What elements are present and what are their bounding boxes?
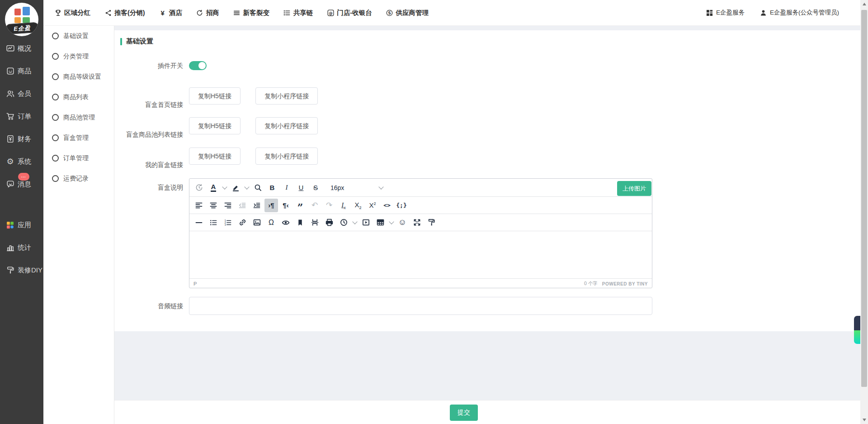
sidebar-item-system[interactable]: ⚙ 系统 [0,155,43,168]
bold-button[interactable]: B [265,181,279,195]
sidebar-item-goods[interactable]: 商品 [0,64,43,78]
text-color-button[interactable]: A [207,181,220,195]
sidebar-menu: 概况 商品 会员 订单 财务 ⚙ 系统 消息 ... 应用 [0,42,43,286]
upload-image-button[interactable]: 上传图片 [617,181,651,196]
table-button[interactable] [373,216,387,229]
logo-banner: E企盈 [5,22,38,34]
superscript-button[interactable]: X2 [366,199,379,212]
copy-h5-link-button[interactable]: 复制H5链接 [189,87,241,105]
highlight-color-button[interactable] [229,181,242,195]
fullscreen-button[interactable] [410,216,424,229]
topnav-item-share-chain[interactable]: 共享链 [283,9,313,17]
code-sample-button[interactable]: {;} [395,199,408,212]
submenu-item-category-management[interactable]: 分类管理 [43,46,114,67]
redo-button[interactable]: ↷ [322,199,336,212]
print-button[interactable] [322,216,336,229]
topnav-item-store-cashier[interactable]: @ 门店-收银台 [327,9,372,17]
submenu-item-goods-pool-management[interactable]: 商品池管理 [43,107,114,128]
align-right-button[interactable] [221,199,235,212]
table-menu-button[interactable] [388,216,395,229]
copy-miniprogram-link-button[interactable]: 复制小程序链接 [255,87,318,105]
underline-button[interactable]: U [294,181,308,195]
sidebar-item-statistics[interactable]: 统计 [0,241,43,254]
user-icon [760,10,767,16]
align-center-button[interactable] [207,199,220,212]
search-replace-button[interactable] [251,181,264,195]
image-button[interactable] [250,216,264,229]
preview-button[interactable] [279,216,292,229]
topnav-item-investment[interactable]: 招商 [196,9,219,17]
account-menu[interactable]: E企盈服务(公众号管理员) [760,9,839,17]
page-scrollbar[interactable] [860,0,868,424]
editor-content-area[interactable] [189,231,652,278]
scroll-down-arrow-icon[interactable] [863,419,866,421]
rtl-button[interactable]: ¶‹ [279,199,292,212]
topnav-item-region-dividend[interactable]: 区域分红 [54,9,90,17]
numbered-list-button[interactable]: 123 [221,216,235,229]
undo-button[interactable]: ↶ [308,199,321,212]
strikethrough-button[interactable]: S [309,181,322,195]
submenu-item-goods-list[interactable]: 商品列表 [43,87,114,107]
sidebar-item-orders[interactable]: 订单 [0,110,43,123]
topnav-item-hotel[interactable]: ¥ 酒店 [159,9,182,17]
element-path[interactable]: P [193,281,197,286]
sidebar-item-apps[interactable]: 应用 [0,218,43,232]
app-logo[interactable]: E企盈 [5,3,38,36]
logo-red-square [14,9,21,15]
link-button[interactable] [236,216,249,229]
media-button[interactable] [359,216,373,229]
audio-link-input[interactable] [189,297,652,315]
copy-h5-link-button[interactable]: 复制H5链接 [189,148,241,165]
submenu-item-basic-settings[interactable]: 基础设置 [43,26,114,46]
format-painter-button[interactable] [425,216,438,229]
highlight-color-menu-button[interactable] [243,181,250,195]
font-size-select[interactable]: 16px [326,181,387,195]
service-menu[interactable]: E企盈服务 [706,9,745,17]
anchor-button[interactable] [293,216,307,229]
page-break-button[interactable] [308,216,321,229]
submenu-item-goods-level-settings[interactable]: 商品等级设置 [43,67,114,87]
undo-history-button[interactable] [192,181,206,195]
sidebar-item-decorate-diy[interactable]: 装修DIY [0,263,43,277]
trophy-icon [55,10,61,16]
sidebar-item-members[interactable]: 会员 [0,87,43,100]
submenu-item-order-management[interactable]: 订单管理 [43,148,114,168]
submit-button[interactable]: 提交 [450,405,478,421]
emoticons-button[interactable]: ☺ [396,216,409,229]
topnav-item-new-customer-fission[interactable]: 新客裂变 [233,9,269,17]
topnav-item-supplier-management[interactable]: S 供应商管理 [386,9,429,17]
blockquote-button[interactable]: ” [293,199,307,212]
datetime-menu-button[interactable] [351,216,358,229]
word-count[interactable]: 0 个字 [584,281,598,287]
sidebar-item-finance[interactable]: 财务 [0,132,43,146]
special-char-button[interactable]: Ω [264,216,278,229]
share-icon [105,10,112,16]
submenu-item-blindbox-management[interactable]: 盲盒管理 [43,128,114,148]
ltr-button[interactable]: ›¶ [264,199,278,212]
subscript-button[interactable]: X2 [351,199,365,212]
indent-button[interactable] [250,199,264,212]
sidebar-item-overview[interactable]: 概况 [0,42,43,55]
apps-grid-icon [6,221,14,229]
copy-h5-link-button[interactable]: 复制H5链接 [189,117,241,134]
outdent-button[interactable] [236,199,249,212]
align-left-button[interactable] [192,199,206,212]
scrollbar-thumb[interactable] [861,10,867,387]
sidebar-item-messages[interactable]: 消息 ... [0,177,43,191]
print-icon [326,219,333,226]
horizontal-rule-button[interactable] [192,216,206,229]
italic-button[interactable]: I [280,181,293,195]
footer-bar: 提交 [114,400,860,424]
plugin-switch-toggle[interactable] [189,61,207,70]
scroll-up-arrow-icon[interactable] [863,3,866,5]
insert-datetime-button[interactable] [337,216,350,229]
clear-formatting-button[interactable]: Ix [337,199,350,212]
copy-miniprogram-link-button[interactable]: 复制小程序链接 [255,148,318,165]
code-button[interactable]: <> [380,199,394,212]
topnav-item-promoter-distribution[interactable]: 推客(分销) [104,9,145,17]
submenu-item-freight-records[interactable]: 运费记录 [43,168,114,189]
powered-by-tiny[interactable]: POWERED BY TINY [602,281,648,286]
bullet-list-button[interactable] [207,216,220,229]
text-color-menu-button[interactable] [221,181,228,195]
copy-miniprogram-link-button[interactable]: 复制小程序链接 [255,117,318,134]
